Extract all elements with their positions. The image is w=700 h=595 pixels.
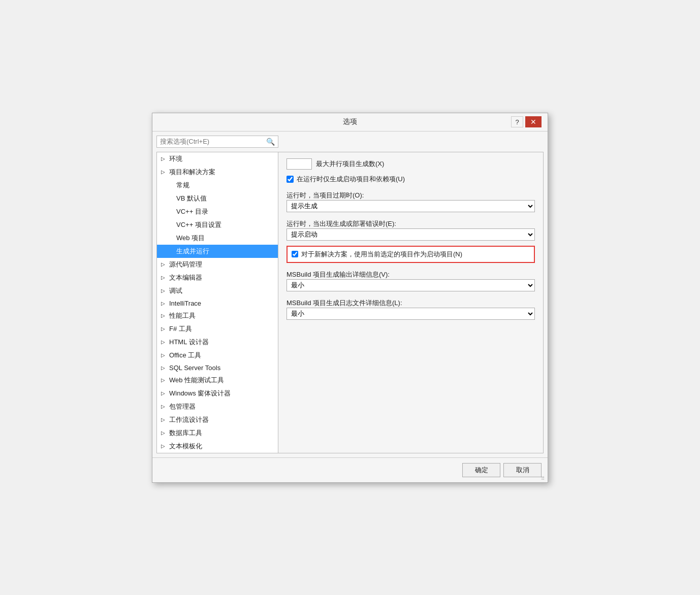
sidebar-item-web[interactable]: Web 项目 <box>157 232 278 245</box>
sidebar-item-db[interactable]: ▷数据库工具 <box>157 426 278 440</box>
checkbox1-input[interactable] <box>287 176 294 183</box>
max-parallel-group: 4 最大并行项目生成数(X) <box>287 158 535 170</box>
dropdown4-section: MSBuild 项目生成日志文件详细信息(L): 最小 普通 详细 诊断 <box>287 296 535 320</box>
ok-button[interactable]: 确定 <box>462 463 500 477</box>
sidebar-item-label: VC++ 目录 <box>176 207 208 216</box>
dialog-body: 🔍 ▷环境▷项目和解决方案 常规 VB 默认值 VC++ 目录 VC++ 项目设… <box>152 131 548 457</box>
dropdown3-select[interactable]: 最小 普通 详细 诊断 <box>287 279 535 291</box>
dialog-title: 选项 <box>189 117 511 126</box>
sidebar-item-label: IntelliTrace <box>169 300 201 307</box>
sidebar-item-label: HTML 设计器 <box>169 338 209 347</box>
dropdown3-section: MSBuild 项目生成输出详细信息(V): 最小 普通 详细 诊断 <box>287 268 535 291</box>
sidebar-item-web-perf[interactable]: ▷Web 性能测试工具 <box>157 374 278 387</box>
sidebar-item-vcpp-proj[interactable]: VC++ 项目设置 <box>157 218 278 232</box>
sidebar-item-label: Web 性能测试工具 <box>169 376 224 385</box>
dropdown4-select[interactable]: 最小 普通 详细 诊断 <box>287 308 535 320</box>
sidebar-item-label: 文本编辑器 <box>169 273 202 282</box>
options-dialog: 选项 ? ✕ 🔍 ▷环境▷项目和解决方案 常规 VB 默认值 VC++ 目录 V… <box>152 113 548 483</box>
sidebar-item-source[interactable]: ▷源代码管理 <box>157 258 278 271</box>
sidebar-item-workflow[interactable]: ▷工作流设计器 <box>157 413 278 426</box>
chevron-icon: ▷ <box>161 169 167 175</box>
checkbox1-label: 在运行时仅生成启动项目和依赖项(U) <box>297 175 405 184</box>
chevron-icon: ▷ <box>161 261 167 267</box>
help-button[interactable]: ? <box>511 116 523 127</box>
dropdown1-select[interactable]: 提示生成 始终生成 从不生成 <box>287 200 535 212</box>
highlighted-checkbox-label: 对于新解决方案，使用当前选定的项目作为启动项目(N) <box>301 250 462 259</box>
sidebar-item-env[interactable]: ▷环境 <box>157 152 278 166</box>
sidebar-item-label: 常规 <box>176 181 189 190</box>
dropdown3-label: MSBuild 项目生成输出详细信息(V): <box>287 270 535 279</box>
sidebar-item-label: VC++ 项目设置 <box>176 220 221 229</box>
chevron-icon: ▷ <box>161 443 167 449</box>
chevron-icon: ▷ <box>161 417 167 422</box>
sidebar-item-vb[interactable]: VB 默认值 <box>157 192 278 205</box>
close-button[interactable]: ✕ <box>525 116 542 127</box>
dropdown2-select[interactable]: 提示启动 始终启动 从不启动 <box>287 228 535 241</box>
search-input[interactable] <box>160 138 266 145</box>
main-content: ▷环境▷项目和解决方案 常规 VB 默认值 VC++ 目录 VC++ 项目设置 … <box>156 152 544 453</box>
search-icon: 🔍 <box>266 138 275 146</box>
chevron-icon: ▷ <box>161 326 167 332</box>
sidebar-item-label: 项目和解决方案 <box>169 168 215 177</box>
max-parallel-label: 最大并行项目生成数(X) <box>316 159 384 169</box>
dropdown2-label: 运行时，当出现生成或部署错误时(E): <box>287 219 535 228</box>
highlighted-checkbox-box: 对于新解决方案，使用当前选定的项目作为启动项目(N) <box>287 246 535 263</box>
chevron-icon: ▷ <box>161 313 167 318</box>
sidebar-item-label: Office 工具 <box>169 351 201 360</box>
right-panel: 4 最大并行项目生成数(X) 在运行时仅生成启动项目和依赖项(U) 运行时，当项… <box>278 152 544 453</box>
chevron-icon: ▷ <box>161 301 167 306</box>
sidebar-item-label: 生成并运行 <box>176 247 209 256</box>
sidebar-item-label: VB 默认值 <box>176 194 207 203</box>
sidebar-item-template[interactable]: ▷文本模板化 <box>157 440 278 453</box>
chevron-icon: ▷ <box>161 275 167 280</box>
title-bar: 选项 ? ✕ <box>152 113 548 131</box>
max-parallel-input[interactable]: 4 <box>287 158 312 170</box>
sidebar-item-label: 文本模板化 <box>169 442 202 451</box>
dropdown4-label: MSBuild 项目生成日志文件详细信息(L): <box>287 299 535 308</box>
sidebar-item-label: SQL Server Tools <box>169 364 220 372</box>
sidebar-item-label: F# 工具 <box>169 324 192 334</box>
chevron-icon: ▷ <box>161 365 167 371</box>
sidebar-item-build-run[interactable]: 生成并运行 <box>157 245 278 258</box>
sidebar-item-label: Windows 窗体设计器 <box>169 389 231 398</box>
chevron-icon: ▷ <box>161 377 167 383</box>
search-bar: 🔍 <box>156 136 278 148</box>
sidebar-item-label: 源代码管理 <box>169 260 202 269</box>
chevron-icon: ▷ <box>161 339 167 345</box>
sidebar-item-debug[interactable]: ▷调试 <box>157 284 278 297</box>
sidebar-item-html[interactable]: ▷HTML 设计器 <box>157 336 278 349</box>
title-bar-actions: ? ✕ <box>511 116 542 127</box>
checkbox1-row: 在运行时仅生成启动项目和依赖项(U) <box>287 175 535 184</box>
bottom-bar: 确定 取消 <box>152 457 548 482</box>
chevron-icon: ▷ <box>161 156 167 161</box>
sidebar-item-fsharp[interactable]: ▷F# 工具 <box>157 322 278 336</box>
spacer <box>287 325 535 447</box>
highlighted-checkbox-input[interactable] <box>292 251 298 257</box>
chevron-icon: ▷ <box>161 288 167 293</box>
sidebar-item-vcpp-dir[interactable]: VC++ 目录 <box>157 205 278 218</box>
chevron-icon: ▷ <box>161 352 167 358</box>
sidebar-item-text-editor[interactable]: ▷文本编辑器 <box>157 271 278 284</box>
sidebar-item-general[interactable]: 常规 <box>157 179 278 192</box>
sidebar-item-label: 数据库工具 <box>169 428 202 438</box>
sidebar-item-label: 性能工具 <box>169 311 196 320</box>
dropdown1-label: 运行时，当项目过期时(O): <box>287 191 535 200</box>
sidebar-item-label: Web 项目 <box>176 234 205 243</box>
dropdown2-section: 运行时，当出现生成或部署错误时(E): 提示启动 始终启动 从不启动 <box>287 217 535 241</box>
sidebar-item-intellitrace[interactable]: ▷IntelliTrace <box>157 297 278 309</box>
chevron-icon: ▷ <box>161 430 167 436</box>
resize-handle[interactable]: ⠿ <box>541 476 547 482</box>
dropdown1-section: 运行时，当项目过期时(O): 提示生成 始终生成 从不生成 <box>287 189 535 212</box>
sidebar-item-perf[interactable]: ▷性能工具 <box>157 309 278 322</box>
sidebar-item-pkg[interactable]: ▷包管理器 <box>157 400 278 413</box>
sidebar-item-office[interactable]: ▷Office 工具 <box>157 349 278 362</box>
sidebar-item-label: 环境 <box>169 154 182 163</box>
sidebar-item-project[interactable]: ▷项目和解决方案 <box>157 166 278 179</box>
chevron-icon: ▷ <box>161 390 167 396</box>
cancel-button[interactable]: 取消 <box>503 463 542 477</box>
sidebar: ▷环境▷项目和解决方案 常规 VB 默认值 VC++ 目录 VC++ 项目设置 … <box>156 152 278 453</box>
sidebar-item-sql[interactable]: ▷SQL Server Tools <box>157 362 278 374</box>
sidebar-item-label: 包管理器 <box>169 402 196 411</box>
sidebar-item-label: 工作流设计器 <box>169 415 209 424</box>
sidebar-item-windows[interactable]: ▷Windows 窗体设计器 <box>157 387 278 400</box>
